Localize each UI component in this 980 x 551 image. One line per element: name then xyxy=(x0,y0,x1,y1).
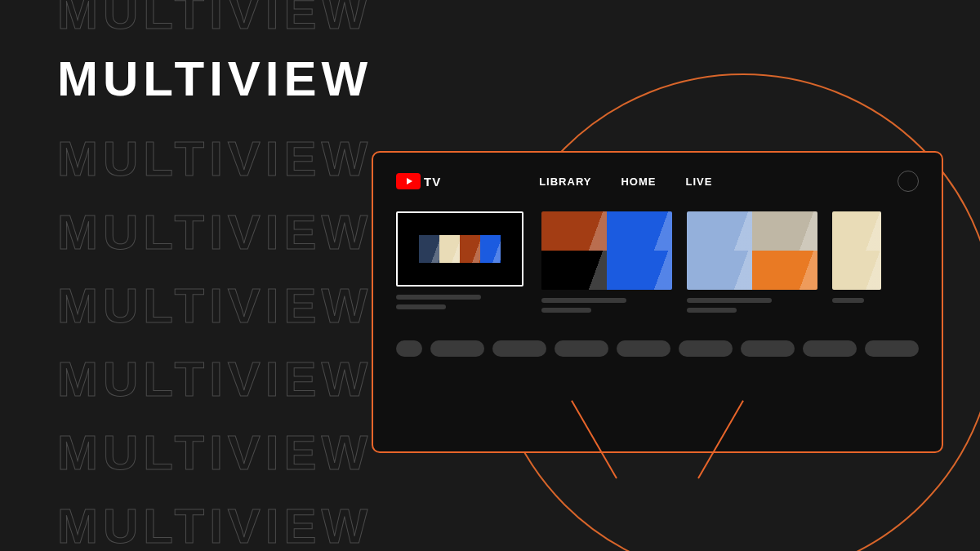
tv-header: TV LIBRARY HOME LIVE xyxy=(396,171,919,192)
filter-pill[interactable] xyxy=(679,340,733,357)
filter-pill[interactable] xyxy=(430,340,484,357)
tv-stand xyxy=(372,453,943,494)
filter-pills-row xyxy=(396,340,919,357)
card-meta xyxy=(687,298,817,313)
tv-mockup: TV LIBRARY HOME LIVE xyxy=(372,151,943,494)
filter-pill[interactable] xyxy=(492,340,546,357)
filter-pill[interactable] xyxy=(617,340,670,357)
bg-text-line: MULTIVIEW xyxy=(57,0,792,49)
avatar[interactable] xyxy=(898,171,919,192)
filter-pill[interactable] xyxy=(741,340,795,357)
nav-library[interactable]: LIBRARY xyxy=(539,176,591,188)
filter-pill[interactable] xyxy=(396,340,422,357)
multiview-cards-row xyxy=(396,211,919,318)
page-title: MULTIVIEW xyxy=(57,51,372,107)
nav-live[interactable]: LIVE xyxy=(685,176,712,188)
filter-pill[interactable] xyxy=(555,340,608,357)
thumbnail xyxy=(396,211,523,287)
youtube-play-icon xyxy=(396,173,421,189)
filter-pill[interactable] xyxy=(865,340,919,357)
filter-pill[interactable] xyxy=(803,340,857,357)
multiview-card[interactable] xyxy=(541,211,672,318)
top-nav: LIBRARY HOME LIVE xyxy=(539,176,712,188)
card-meta xyxy=(541,298,672,313)
nav-home[interactable]: HOME xyxy=(621,176,656,188)
tv-screen: TV LIBRARY HOME LIVE xyxy=(372,151,943,453)
multiview-card[interactable] xyxy=(396,211,527,318)
card-meta xyxy=(832,298,881,303)
card-meta xyxy=(396,295,527,309)
thumbnail xyxy=(832,211,881,290)
thumbnail xyxy=(541,211,672,290)
thumbnail xyxy=(687,211,817,290)
multiview-card[interactable] xyxy=(687,211,817,318)
logo-text: TV xyxy=(424,175,441,189)
multiview-card[interactable] xyxy=(832,211,881,318)
youtube-tv-logo[interactable]: TV xyxy=(396,173,441,189)
